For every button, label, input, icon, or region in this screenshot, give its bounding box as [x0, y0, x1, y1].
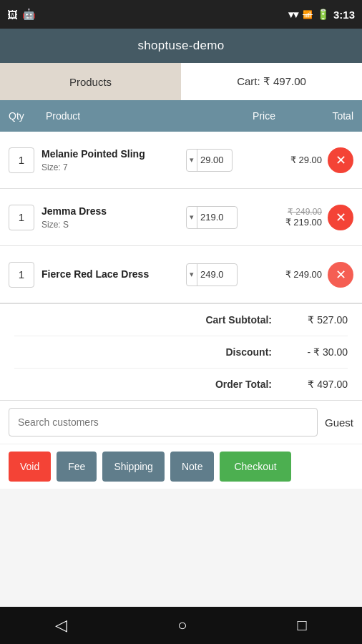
status-bar-right: ▾▾ 📶 🔋 3:13	[288, 9, 355, 21]
shipping-button[interactable]: Shipping	[102, 452, 165, 482]
item-remove-3[interactable]: ✕	[328, 262, 353, 288]
item-remove-2[interactable]: ✕	[328, 205, 353, 230]
total-row: Order Total: ₹ 497.00	[14, 369, 348, 400]
recents-icon[interactable]: □	[298, 616, 307, 635]
subtotal-label: Cart Subtotal:	[205, 314, 272, 326]
item-qty-2[interactable]: 1	[9, 205, 34, 230]
subtotal-value: ₹ 527.00	[283, 314, 348, 326]
item-name-1: Melanie Pointed Sling	[41, 147, 186, 160]
item-remove-1[interactable]: ✕	[328, 147, 353, 173]
total-label: Order Total:	[215, 379, 272, 390]
status-bar-left: 🖼 🤖	[7, 8, 36, 21]
search-customers-input[interactable]	[9, 408, 318, 436]
fee-button[interactable]: Fee	[57, 452, 97, 482]
home-icon[interactable]: ○	[177, 616, 187, 635]
item-info-3: Fierce Red Lace Dress	[41, 268, 186, 280]
price-input-1[interactable]	[197, 155, 232, 165]
dropdown-arrow-2[interactable]: ▾	[187, 207, 197, 228]
item-size-2: Size: S	[41, 220, 186, 230]
item-total-3: ₹ 249.00	[265, 269, 322, 280]
wifi-icon: ▾▾	[288, 9, 298, 20]
price-dropdown-3[interactable]: ▾	[186, 263, 238, 286]
cart-items-list: 1 Melanie Pointed Sling Size: 7 ▾ ₹ 29.0…	[0, 132, 362, 303]
dropdown-arrow-1[interactable]: ▾	[187, 150, 197, 171]
gallery-icon: 🖼	[7, 9, 18, 21]
customer-row: Guest	[0, 400, 362, 444]
clock: 3:13	[333, 9, 355, 21]
item-name-2: Jemma Dress	[41, 205, 186, 218]
nav-bar: ◁ ○ □	[0, 607, 362, 644]
note-button[interactable]: Note	[170, 452, 215, 482]
item-size-1: Size: 7	[41, 162, 186, 172]
guest-label: Guest	[325, 416, 353, 429]
tab-cart[interactable]: Cart: ₹ 497.00	[181, 63, 362, 100]
cart-item-3: 1 Fierce Red Lace Dress ▾ ₹ 249.00 ✕	[0, 246, 362, 303]
back-icon[interactable]: ◁	[55, 616, 67, 635]
price-dropdown-2[interactable]: ▾	[186, 206, 238, 229]
item-price-area-1: ▾	[186, 149, 265, 172]
item-qty-1[interactable]: 1	[9, 147, 34, 173]
header-price: Price	[232, 110, 296, 122]
void-button[interactable]: Void	[9, 452, 51, 482]
status-bar: 🖼 🤖 ▾▾ 📶 🔋 3:13	[0, 0, 362, 29]
cart-item-2: 1 Jemma Dress Size: S ▾ ₹ 249.00 ₹ 219.0…	[0, 189, 362, 246]
item-total-2: ₹ 249.00 ₹ 219.00	[265, 207, 322, 228]
cart-summary: Cart Subtotal: ₹ 527.00 Discount: - ₹ 30…	[0, 303, 362, 400]
android-icon: 🤖	[22, 8, 36, 21]
item-qty-3[interactable]: 1	[9, 262, 34, 288]
dropdown-arrow-3[interactable]: ▾	[187, 264, 197, 286]
item-price-area-3: ▾	[186, 263, 265, 286]
tab-products[interactable]: Products	[0, 63, 181, 100]
item-info-1: Melanie Pointed Sling Size: 7	[41, 147, 186, 172]
app-header: shoptuse-demo	[0, 29, 362, 63]
total-value: ₹ 497.00	[283, 379, 348, 390]
signal-icon: 📶	[303, 10, 313, 19]
item-total-1: ₹ 29.00	[265, 155, 322, 165]
action-bar: Void Fee Shipping Note Checkout	[0, 444, 362, 489]
item-price-area-2: ▾	[186, 206, 265, 229]
subtotal-row: Cart Subtotal: ₹ 527.00	[14, 304, 348, 336]
discount-value: - ₹ 30.00	[283, 346, 348, 358]
app-title: shoptuse-demo	[137, 39, 224, 53]
header-product: Product	[46, 110, 232, 122]
item-info-2: Jemma Dress Size: S	[41, 205, 186, 230]
item-name-3: Fierce Red Lace Dress	[41, 268, 186, 280]
discount-row: Discount: - ₹ 30.00	[14, 336, 348, 369]
price-input-2[interactable]	[197, 212, 237, 223]
price-input-3[interactable]	[197, 269, 237, 280]
tab-bar: Products Cart: ₹ 497.00	[0, 63, 362, 100]
battery-icon: 🔋	[317, 9, 329, 20]
discount-label: Discount:	[225, 346, 272, 358]
price-dropdown-1[interactable]: ▾	[186, 149, 233, 172]
header-qty: Qty	[9, 110, 46, 122]
cart-item-1: 1 Melanie Pointed Sling Size: 7 ▾ ₹ 29.0…	[0, 132, 362, 189]
cart-table-header: Qty Product Price Total	[0, 100, 362, 132]
checkout-button[interactable]: Checkout	[220, 452, 290, 482]
header-total: Total	[296, 110, 353, 122]
